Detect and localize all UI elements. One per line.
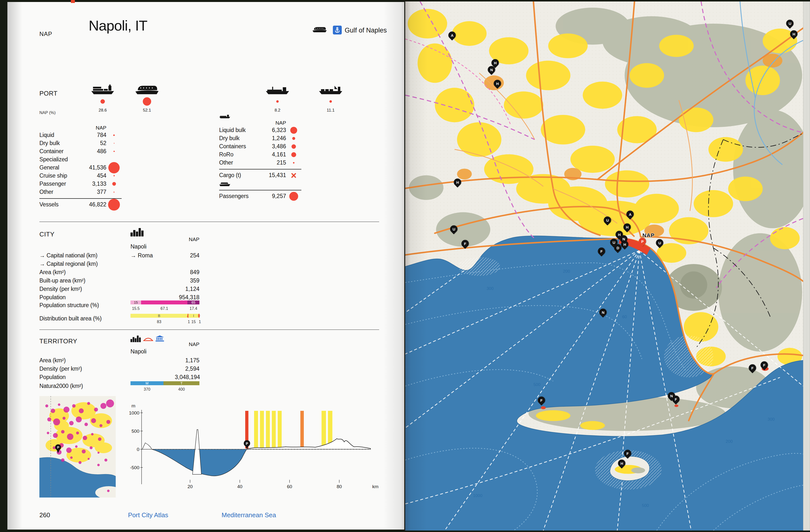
- map-page: 300200605001000200300500: [405, 1, 803, 531]
- value-dot: [107, 188, 122, 196]
- row-value: 454: [80, 173, 107, 179]
- row-value: 1,246: [260, 135, 286, 142]
- cargo-table-header: NAP: [219, 120, 301, 126]
- port-heading: PORT: [39, 90, 58, 97]
- row-label: Density (per km²): [39, 366, 130, 372]
- cargo-ship-icon: [219, 113, 230, 119]
- natura-label: Natura2000 (km²): [39, 383, 83, 389]
- bar-segment-mark: M: [146, 381, 148, 385]
- territory-row: Area (km²)1,175: [39, 356, 199, 365]
- row-label: Dry bulk: [39, 140, 80, 147]
- row-value: 1,124: [175, 286, 199, 292]
- cruise-ship-icon: [312, 26, 327, 33]
- row-label: Liquid bulk: [219, 127, 260, 133]
- row-label: Passenger: [39, 180, 80, 187]
- page-code: NAP: [39, 31, 52, 37]
- row-label: Built-up area (km²): [39, 277, 130, 284]
- bar-segment-value: 15.5: [130, 306, 141, 311]
- gulf-symbol-icon: [333, 26, 342, 34]
- map-pin-f: F: [622, 448, 633, 458]
- profile-left-bump: [142, 443, 152, 449]
- vessels-total-row: Vessels 46,822: [39, 200, 122, 209]
- map-pin-f: F: [460, 238, 470, 249]
- city-column-header: NAP: [165, 237, 199, 242]
- row-value: 3,486: [260, 143, 286, 150]
- row-label: Vessels: [39, 201, 80, 208]
- svg-text:-500: -500: [130, 465, 139, 470]
- row-label: Cargo (t): [219, 172, 260, 179]
- ferry-ship-icon: [219, 181, 230, 187]
- svg-text:1000: 1000: [129, 410, 139, 416]
- vessels-table: NAP Liquid784Dry bulk52Container486Speci…: [39, 125, 122, 209]
- ship-stat-pct: 52.1: [143, 108, 151, 113]
- map-pin-a: A: [447, 30, 457, 41]
- bar-segment-mark: I: [193, 314, 194, 318]
- row-value: 784: [80, 132, 107, 139]
- map-pin-h: H: [789, 29, 799, 39]
- ship-stat-dot: [276, 95, 279, 108]
- profile-land: [247, 439, 371, 449]
- map-pin-n: N: [598, 307, 608, 318]
- table-divider: [39, 198, 122, 199]
- profile-bars: [245, 411, 333, 449]
- row-value: 849: [175, 269, 199, 276]
- value-dot: [286, 150, 301, 159]
- row-value: 215: [260, 159, 286, 166]
- row-label: General: [39, 164, 80, 171]
- cargo-x-marker: [286, 171, 301, 179]
- row-value: 15,431: [260, 172, 286, 179]
- bar-segment-value: 400: [163, 387, 199, 392]
- built-area-bar: BAIR: [130, 314, 199, 318]
- ship-stat-dot: [100, 95, 105, 108]
- page-title: Napoli, IT: [88, 17, 147, 34]
- row-label: RoRo: [219, 151, 260, 158]
- map-pin-h: H: [492, 78, 502, 88]
- row-value: 6,323: [260, 127, 286, 133]
- bar-segment-mark: T: [180, 381, 183, 385]
- container-ship-icon: [91, 84, 115, 95]
- row-value: 4,161: [260, 151, 286, 158]
- cruise-ship-icon: [135, 84, 159, 95]
- map-pin-f: F: [747, 363, 758, 373]
- bulk-ship-icon: [319, 84, 343, 95]
- row-value: 377: [80, 189, 107, 195]
- row-label: Area (km²): [39, 269, 130, 276]
- pop-structure-label: Population structure (%): [39, 302, 99, 309]
- bar-segment: M: [130, 381, 163, 385]
- bar-segment: 65: [188, 301, 199, 304]
- cargo-row: Other215: [219, 159, 301, 167]
- port-pct-label: NAP (%): [39, 110, 55, 115]
- value-dot: [107, 163, 122, 172]
- row-label: Dry bulk: [219, 135, 260, 142]
- bar-segment-value: 67.1: [141, 306, 188, 311]
- map-pin-f: F: [759, 360, 770, 370]
- map-pin-f: F: [536, 395, 546, 405]
- territory-column-header: NAP: [165, 341, 199, 347]
- row-label: Density (per km²): [39, 286, 130, 292]
- population-structure-values: 15.567.117.4: [130, 306, 199, 311]
- vessel-row: Passenger3,133: [39, 180, 122, 188]
- row-label: → Capital regional (km): [39, 261, 130, 267]
- page-stack-edge: [803, 1, 810, 531]
- value-dot: [107, 139, 122, 147]
- row-value: 254: [175, 252, 199, 259]
- row-label: Population: [39, 374, 130, 381]
- column-header: NAP: [80, 125, 107, 131]
- value-dot: [286, 126, 301, 134]
- city-row: Population954,318: [39, 293, 199, 302]
- row-value: 2,594: [175, 366, 199, 372]
- territory-row: Density (per km²)2,594: [39, 365, 199, 373]
- ship-stat-tanker: 8.2: [259, 84, 296, 113]
- map-pin-u: U: [449, 224, 459, 234]
- left-page: NAP Napoli, IT Gulf of Naples PORT NAP (…: [7, 2, 404, 530]
- map-pin-u: U: [784, 18, 795, 29]
- city-row: → Capital national (km)→ Roma254: [39, 251, 199, 260]
- map-pin-h: H: [452, 177, 463, 187]
- ship-stat-dot: [143, 95, 151, 108]
- ship-stat-pct: 28.6: [98, 108, 107, 113]
- svg-text:P: P: [246, 441, 248, 446]
- bar-segment: B: [130, 314, 188, 318]
- bar-segment-mark: 65: [192, 301, 195, 304]
- bar-segment-value: 1: [199, 320, 199, 324]
- sea-name: Mediterranean Sea: [222, 511, 276, 519]
